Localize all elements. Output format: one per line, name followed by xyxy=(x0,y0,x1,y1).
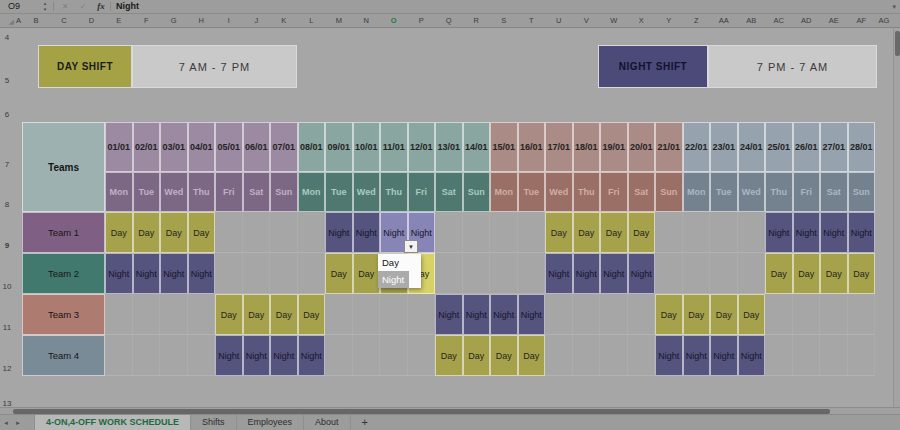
date-cell[interactable]: 06/01 xyxy=(243,122,271,172)
empty-cell[interactable] xyxy=(270,212,298,253)
horizontal-scrollbar[interactable] xyxy=(0,407,900,414)
empty-cell[interactable] xyxy=(243,253,271,294)
shift-cell[interactable]: Day xyxy=(628,212,656,253)
team-name-cell[interactable]: Team 1 xyxy=(22,212,105,253)
empty-cell[interactable] xyxy=(600,294,628,335)
row-header-4[interactable]: 4 xyxy=(0,32,14,44)
column-header-X[interactable]: X xyxy=(631,15,651,27)
day-name-cell[interactable]: Sat xyxy=(243,172,271,212)
empty-cell[interactable] xyxy=(655,253,683,294)
empty-cell[interactable] xyxy=(353,294,381,335)
day-name-cell[interactable]: Sat xyxy=(820,172,848,212)
formula-bar-expand-icon[interactable]: ▾ xyxy=(892,0,896,13)
shift-cell[interactable]: Day xyxy=(793,253,821,294)
day-name-cell[interactable]: Fri xyxy=(408,172,436,212)
name-box-spinner[interactable]: ▴ ▾ xyxy=(40,0,50,13)
shift-cell[interactable]: Day xyxy=(573,212,601,253)
date-cell[interactable]: 07/01 xyxy=(270,122,298,172)
shift-cell[interactable]: Day xyxy=(105,212,133,253)
column-header-R[interactable]: R xyxy=(466,15,486,27)
shift-cell[interactable]: Night xyxy=(353,212,381,253)
date-cell[interactable]: 11/01 xyxy=(380,122,408,172)
column-header-V[interactable]: V xyxy=(576,15,596,27)
empty-cell[interactable] xyxy=(490,253,518,294)
shift-cell[interactable]: Night xyxy=(160,253,188,294)
spinner-down-icon[interactable]: ▾ xyxy=(40,6,50,12)
empty-cell[interactable] xyxy=(820,294,848,335)
date-cell[interactable]: 05/01 xyxy=(215,122,243,172)
tab-nav-right-icon[interactable]: ▸ xyxy=(12,415,24,430)
row-header-7[interactable]: 7 xyxy=(0,159,14,171)
formula-input[interactable]: Night xyxy=(116,0,139,13)
date-cell[interactable]: 25/01 xyxy=(765,122,793,172)
sheet-tab[interactable]: Employees xyxy=(237,415,305,430)
date-cell[interactable]: 14/01 xyxy=(463,122,491,172)
empty-cell[interactable] xyxy=(738,253,766,294)
row-header-9[interactable]: 9 xyxy=(0,240,14,252)
shift-cell[interactable]: Night xyxy=(105,253,133,294)
empty-cell[interactable] xyxy=(848,294,876,335)
shift-cell[interactable]: Day xyxy=(215,294,243,335)
empty-cell[interactable] xyxy=(490,212,518,253)
empty-cell[interactable] xyxy=(380,335,408,376)
empty-cell[interactable] xyxy=(765,294,793,335)
empty-cell[interactable] xyxy=(325,335,353,376)
shift-cell[interactable]: Night xyxy=(655,335,683,376)
date-cell[interactable]: 20/01 xyxy=(628,122,656,172)
empty-cell[interactable] xyxy=(353,335,381,376)
date-cell[interactable]: 26/01 xyxy=(793,122,821,172)
column-header-Y[interactable]: Y xyxy=(659,15,679,27)
day-shift-banner[interactable]: DAY SHIFT xyxy=(38,45,132,88)
date-cell[interactable]: 28/01 xyxy=(848,122,876,172)
date-cell[interactable]: 02/01 xyxy=(133,122,161,172)
empty-cell[interactable] xyxy=(573,335,601,376)
empty-cell[interactable] xyxy=(215,253,243,294)
shift-cell[interactable]: Night xyxy=(188,253,216,294)
column-header-Q[interactable]: Q xyxy=(439,15,459,27)
sheet-tab[interactable]: Shifts xyxy=(191,415,237,430)
cell-dropdown-button[interactable]: ▼ xyxy=(404,240,418,253)
date-cell[interactable]: 19/01 xyxy=(600,122,628,172)
shift-cell[interactable]: Day xyxy=(765,253,793,294)
day-name-cell[interactable]: Fri xyxy=(215,172,243,212)
empty-cell[interactable] xyxy=(160,335,188,376)
shift-cell[interactable]: Night xyxy=(710,335,738,376)
accept-icon[interactable]: ✓ xyxy=(76,0,90,13)
empty-cell[interactable] xyxy=(710,253,738,294)
team-name-cell[interactable]: Team 2 xyxy=(22,253,105,294)
day-name-cell[interactable]: Mon xyxy=(298,172,326,212)
date-cell[interactable]: 13/01 xyxy=(435,122,463,172)
column-header-Z[interactable]: Z xyxy=(686,15,706,27)
shift-cell[interactable]: Night xyxy=(133,253,161,294)
vertical-scrollbar-thumb[interactable] xyxy=(895,31,900,56)
shift-cell[interactable]: Night xyxy=(820,212,848,253)
column-header-W[interactable]: W xyxy=(604,15,624,27)
team-name-cell[interactable]: Team 3 xyxy=(22,294,105,335)
day-name-cell[interactable]: Mon xyxy=(683,172,711,212)
shift-cell[interactable]: Night xyxy=(435,294,463,335)
column-header-C[interactable]: C xyxy=(54,15,74,27)
column-header-B[interactable]: B xyxy=(26,15,46,27)
empty-cell[interactable] xyxy=(133,335,161,376)
function-icon[interactable]: fx xyxy=(94,0,108,13)
cancel-icon[interactable]: ✕ xyxy=(58,0,72,13)
day-name-cell[interactable]: Fri xyxy=(793,172,821,212)
shift-cell[interactable]: Night xyxy=(463,294,491,335)
date-cell[interactable]: 01/01 xyxy=(105,122,133,172)
date-cell[interactable]: 16/01 xyxy=(518,122,546,172)
empty-cell[interactable] xyxy=(848,335,876,376)
column-header-AC[interactable]: AC xyxy=(769,15,789,27)
empty-cell[interactable] xyxy=(435,253,463,294)
empty-cell[interactable] xyxy=(188,294,216,335)
shift-cell[interactable]: Night xyxy=(270,335,298,376)
shift-cell[interactable]: Day xyxy=(518,335,546,376)
empty-cell[interactable] xyxy=(105,294,133,335)
day-name-cell[interactable]: Sun xyxy=(655,172,683,212)
empty-cell[interactable] xyxy=(655,212,683,253)
day-name-cell[interactable]: Thu xyxy=(573,172,601,212)
shift-cell[interactable]: Day xyxy=(353,253,381,294)
column-header-T[interactable]: T xyxy=(521,15,541,27)
column-header-AB[interactable]: AB xyxy=(741,15,761,27)
empty-cell[interactable] xyxy=(105,335,133,376)
shift-cell[interactable]: Night xyxy=(243,335,271,376)
